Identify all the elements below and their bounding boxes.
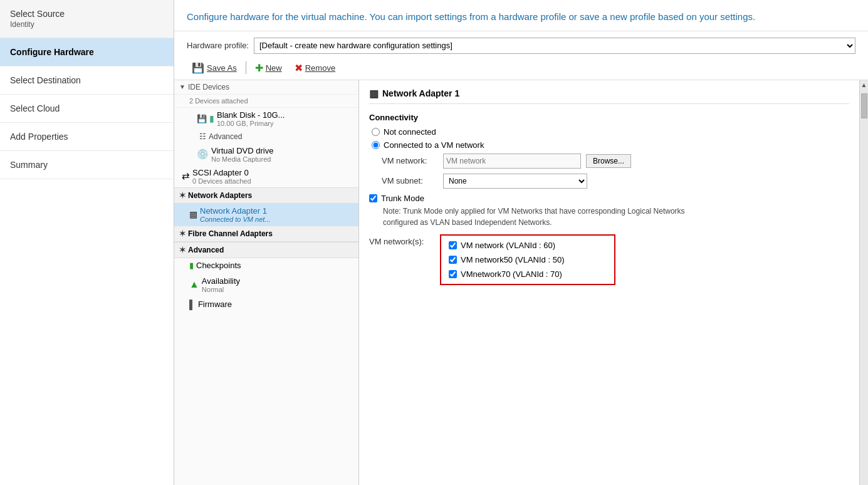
sidebar-item-label: Configure Hardware	[10, 47, 94, 57]
not-connected-radio[interactable]	[372, 128, 380, 136]
vm-network-field-label: VM network:	[382, 156, 438, 165]
firmware-item[interactable]: ▌ Firmware	[174, 297, 358, 312]
dvd-icon: 💿	[197, 149, 209, 160]
vm-network-checkbox-2[interactable]	[449, 270, 457, 278]
vm-network-item-0: VM network (VLANId : 60)	[449, 241, 607, 250]
vm-networks-row: VM network(s): VM network (VLANId : 60) …	[369, 234, 849, 285]
fibre-channel-header[interactable]: ✶ Fibre Channel Adapters	[174, 226, 358, 242]
toolbar: 💾 Save As ✚ New ✖ Remove	[174, 58, 868, 80]
sidebar-item-configure-hardware[interactable]: Configure Hardware	[0, 38, 174, 66]
header-description: Configure hardware for the virtual machi…	[174, 0, 868, 31]
dvd-drive-item[interactable]: 💿 Virtual DVD drive No Media Captured	[174, 143, 358, 165]
trunk-mode-checkbox[interactable]	[369, 194, 377, 202]
network-adapters-label: Network Adapters	[188, 191, 252, 200]
advanced-item[interactable]: ☷ Advanced	[174, 130, 358, 143]
not-connected-row: Not connected	[369, 127, 849, 137]
blank-disk-item[interactable]: 💾 ▮ Blank Disk - 10G... 10.00 GB, Primar…	[174, 108, 358, 130]
browse-button[interactable]: Browse...	[586, 154, 631, 168]
header-description-text: Configure hardware for the virtual machi…	[187, 11, 755, 22]
network-icon: ▩	[189, 209, 197, 219]
disk-icon2: ▮	[209, 113, 214, 123]
network-adapter-1-item[interactable]: ▩ Network Adapter 1 Connected to VM net.…	[174, 204, 358, 226]
vm-subnet-field-row: VM subnet: None	[369, 174, 849, 189]
sidebar-item-add-properties[interactable]: Add Properties	[0, 123, 174, 151]
scsi-label: SCSI Adapter 0	[192, 168, 249, 177]
fibre-channel-label: Fibre Channel Adapters	[188, 229, 273, 238]
vm-network-label-0: VM network (VLANId : 60)	[461, 241, 555, 250]
network-adapter-1-label: Network Adapter 1	[200, 206, 267, 216]
checkpoints-label: Checkpoints	[196, 261, 241, 270]
main-content: Configure hardware for the virtual machi…	[174, 0, 868, 485]
sidebar-item-sublabel: Identity	[10, 20, 34, 29]
sidebar-item-select-destination[interactable]: Select Destination	[0, 66, 174, 95]
vm-subnet-select[interactable]: None	[443, 174, 587, 189]
hardware-profile-label: Hardware profile:	[187, 41, 249, 50]
scsi-sub: 0 Devices attached	[192, 177, 251, 185]
detail-panel: ▩ Network Adapter 1 Connectivity Not con…	[359, 80, 859, 486]
scsi-icon: ⇄	[182, 170, 190, 182]
connected-vm-radio[interactable]	[372, 141, 380, 149]
scroll-thumb[interactable]	[861, 93, 867, 118]
new-icon: ✚	[255, 62, 263, 74]
advanced-label: Advanced	[209, 132, 242, 141]
sidebar-item-summary[interactable]: Summary	[0, 151, 174, 179]
remove-button[interactable]: ✖ Remove	[290, 60, 340, 76]
vm-network-checkbox-1[interactable]	[449, 256, 457, 264]
vm-network-item-2: VMnetwork70 (VLANId : 70)	[449, 269, 607, 279]
arrow-icon: ▼	[179, 83, 186, 90]
hardware-profile-select[interactable]: [Default - create new hardware configura…	[254, 38, 855, 54]
vm-networks-box: VM network (VLANId : 60) VM network50 (V…	[440, 234, 615, 285]
advanced-section-header[interactable]: ✶ Advanced	[174, 242, 358, 258]
ide-devices-item[interactable]: ▼ IDE Devices	[174, 80, 358, 95]
network-adapter-title: ▩ Network Adapter 1	[369, 88, 849, 104]
save-as-label: Save As	[207, 63, 237, 73]
sidebar-item-label: Summary	[10, 160, 48, 170]
connected-vm-row: Connected to a VM network	[369, 140, 849, 150]
sidebar-item-select-cloud[interactable]: Select Cloud	[0, 95, 174, 123]
sidebar-item-label: Select Source	[10, 9, 65, 19]
availability-item[interactable]: ▲ Availability Normal	[174, 274, 358, 296]
advanced-icon: ☷	[199, 132, 206, 141]
new-button[interactable]: ✚ New	[250, 60, 287, 76]
advanced-collapse-icon: ✶	[179, 246, 186, 254]
ide-devices-sublabel: 2 Devices attached	[189, 97, 248, 105]
sidebar-item-label: Select Destination	[10, 75, 81, 85]
network-adapter-title-icon: ▩	[369, 88, 379, 100]
sidebar: Select Source Identity Configure Hardwar…	[0, 0, 174, 485]
checkpoints-item[interactable]: ▮ Checkpoints	[174, 258, 358, 273]
disk-icon: 💾	[197, 114, 207, 123]
fibre-collapse-icon: ✶	[179, 229, 186, 238]
dvd-sub: No Media Captured	[211, 155, 273, 163]
vm-network-label-1: VM network50 (VLANId : 50)	[461, 255, 564, 264]
trunk-mode-note: Note: Trunk Mode only applied for VM Net…	[383, 206, 709, 228]
vm-network-checkbox-0[interactable]	[449, 241, 457, 249]
network-adapters-header[interactable]: ✶ Network Adapters	[174, 187, 358, 204]
vm-network-input[interactable]	[443, 154, 581, 169]
dvd-label: Virtual DVD drive	[211, 146, 273, 155]
tree-panel: ▼ IDE Devices 2 Devices attached 💾 ▮ Bla…	[174, 80, 359, 486]
firmware-label: Firmware	[198, 300, 232, 309]
right-scrollbar[interactable]: ▲	[859, 80, 868, 486]
sidebar-item-select-source[interactable]: Select Source Identity	[0, 0, 174, 38]
scsi-adapter-item[interactable]: ⇄ SCSI Adapter 0 0 Devices attached	[174, 165, 358, 187]
remove-label: Remove	[305, 63, 335, 73]
blank-disk-label: Blank Disk - 10G...	[217, 110, 285, 120]
availability-icon: ▲	[189, 279, 199, 290]
trunk-mode-label: Trunk Mode	[381, 194, 424, 203]
vm-network-field-row: VM network: Browse...	[369, 154, 849, 169]
advanced-section-label: Advanced	[188, 246, 224, 254]
toolbar-separator	[246, 61, 246, 74]
network-adapter-title-text: Network Adapter 1	[382, 88, 459, 98]
save-as-button[interactable]: 💾 Save As	[187, 60, 242, 76]
vm-subnet-label: VM subnet:	[382, 176, 438, 185]
trunk-mode-row: Trunk Mode	[369, 194, 849, 203]
vm-network-label-2: VMnetwork70 (VLANId : 70)	[461, 269, 562, 279]
scroll-up-arrow[interactable]: ▲	[861, 81, 867, 88]
ide-devices-label: IDE Devices	[188, 83, 229, 91]
save-icon: 💾	[192, 62, 204, 74]
connectivity-label: Connectivity	[369, 113, 849, 122]
availability-sub: Normal	[202, 286, 240, 293]
firmware-icon: ▌	[189, 300, 196, 310]
checkpoints-icon: ▮	[189, 261, 194, 270]
vm-networks-label: VM network(s):	[369, 234, 435, 246]
